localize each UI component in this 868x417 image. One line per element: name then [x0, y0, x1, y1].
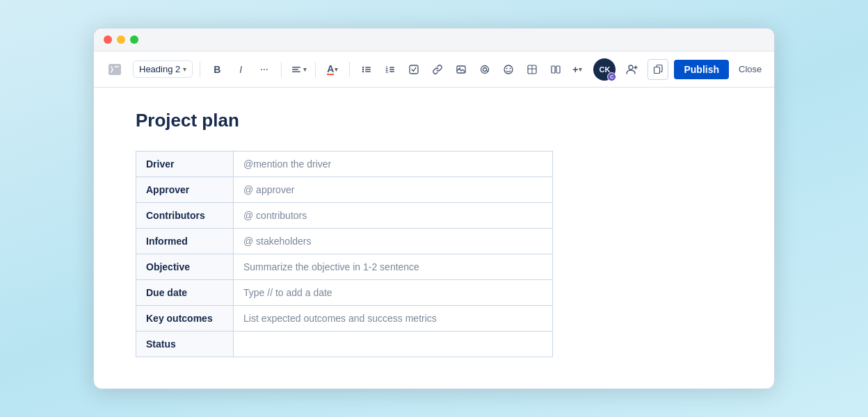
table-value-cell[interactable]: @ stakeholders	[234, 229, 553, 254]
svg-point-22	[510, 67, 511, 69]
table-label-cell: Informed	[136, 229, 234, 254]
task-button[interactable]	[404, 60, 424, 79]
user-avatar: CK C	[593, 58, 616, 81]
insert-plus-icon: +	[572, 64, 578, 75]
svg-rect-6	[365, 67, 371, 68]
svg-text:3.: 3.	[386, 69, 389, 73]
table-value-cell[interactable]: Type // to add a date	[234, 280, 553, 306]
table-label-cell: Key outcomes	[136, 306, 234, 332]
emoji-icon	[503, 64, 514, 75]
table-label-cell: Due date	[136, 280, 234, 306]
table-button[interactable]	[522, 60, 542, 79]
svg-point-20	[504, 65, 513, 74]
copy-link-icon	[653, 64, 664, 74]
svg-point-5	[362, 70, 364, 72]
more-format-button[interactable]: ···	[255, 60, 274, 79]
svg-point-19	[483, 67, 487, 71]
table-value-cell[interactable]: List expected outcomes and success metri…	[234, 306, 553, 332]
table-value-cell[interactable]: @ approver	[234, 177, 553, 203]
table-row: Contributors@ contributors	[136, 203, 553, 229]
divider-2	[281, 62, 282, 77]
svg-rect-0	[292, 67, 300, 68]
bullet-list-icon	[361, 64, 372, 75]
svg-rect-7	[365, 69, 371, 70]
link-button[interactable]	[428, 60, 447, 79]
svg-point-18	[481, 65, 489, 73]
svg-rect-31	[654, 67, 659, 74]
insert-button[interactable]: + ▾	[570, 60, 585, 79]
svg-rect-12	[389, 67, 394, 68]
maximize-traffic-light[interactable]	[130, 35, 138, 44]
bold-button[interactable]: B	[207, 60, 227, 79]
svg-point-4	[362, 68, 364, 70]
numbered-list-icon: 1. 2. 3.	[385, 64, 396, 75]
editor-window: Heading 2 ▾ B I ··· ▾ A	[93, 28, 775, 389]
svg-rect-14	[389, 71, 394, 72]
bullet-list-button[interactable]	[357, 60, 376, 79]
svg-point-3	[362, 66, 364, 67]
table-row: Driver@mention the driver	[136, 152, 553, 177]
close-button[interactable]: Close	[734, 61, 766, 77]
image-button[interactable]	[451, 60, 471, 79]
table-value-cell[interactable]: Summarize the objective in 1-2 sentence	[234, 254, 553, 280]
heading-selector-label: Heading 2	[139, 64, 180, 74]
heading-selector[interactable]: Heading 2 ▾	[133, 60, 193, 78]
page-title: Project plan	[136, 110, 732, 131]
align-button[interactable]: ▾	[289, 60, 308, 79]
numbered-list-button[interactable]: 1. 2. 3.	[380, 60, 400, 79]
color-chevron-icon: ▾	[335, 66, 338, 73]
svg-rect-15	[410, 65, 418, 74]
task-icon	[408, 64, 419, 75]
table-label-cell: Objective	[136, 254, 234, 280]
insert-chevron-icon: ▾	[579, 66, 582, 73]
toolbar-right: CK C Publish	[593, 58, 775, 81]
toolbar: Heading 2 ▾ B I ··· ▾ A	[94, 51, 774, 88]
more-options-button[interactable]: ···	[771, 61, 775, 77]
columns-button[interactable]	[546, 60, 565, 79]
chevron-down-icon: ▾	[183, 65, 186, 73]
project-info-table: Driver@mention the driverApprover@ appro…	[136, 151, 553, 357]
avatar-badge: C	[607, 72, 616, 81]
mention-button[interactable]	[475, 60, 495, 79]
title-bar	[94, 28, 774, 51]
image-icon	[456, 64, 467, 75]
svg-rect-2	[292, 71, 300, 72]
emoji-button[interactable]	[499, 60, 518, 79]
add-person-icon	[625, 63, 638, 76]
link-icon	[432, 64, 443, 75]
mention-icon	[479, 64, 490, 75]
table-value-cell[interactable]	[234, 332, 553, 357]
close-traffic-light[interactable]	[104, 35, 112, 44]
publish-button[interactable]: Publish	[674, 60, 729, 79]
svg-rect-26	[552, 66, 555, 73]
table-row: ObjectiveSummarize the objective in 1-2 …	[136, 254, 553, 280]
columns-icon	[550, 64, 561, 75]
table-row: Status	[136, 332, 553, 357]
table-icon	[527, 64, 538, 75]
divider-4	[349, 62, 350, 77]
table-label-cell: Status	[136, 332, 234, 357]
align-icon	[291, 64, 302, 75]
table-row: Informed@ stakeholders	[136, 229, 553, 254]
add-collaborator-button[interactable]	[621, 59, 642, 80]
divider-3	[315, 62, 316, 77]
text-color-button[interactable]: A ▾	[323, 60, 342, 79]
table-label-cell: Approver	[136, 177, 234, 203]
table-value-cell[interactable]: @ contributors	[234, 203, 553, 229]
table-row: Key outcomesList expected outcomes and s…	[136, 306, 553, 332]
align-chevron-icon: ▾	[303, 66, 307, 73]
table-value-cell[interactable]: @mention the driver	[234, 152, 553, 177]
table-label-cell: Contributors	[136, 203, 234, 229]
text-color-icon: A	[327, 64, 334, 75]
svg-point-21	[506, 67, 508, 69]
italic-button[interactable]: I	[231, 60, 250, 79]
table-row: Approver@ approver	[136, 177, 553, 203]
table-row: Due dateType // to add a date	[136, 280, 553, 306]
svg-rect-27	[556, 66, 560, 73]
minimize-traffic-light[interactable]	[117, 35, 125, 44]
svg-rect-1	[292, 69, 298, 70]
copy-link-button[interactable]	[648, 59, 668, 80]
table-label-cell: Driver	[136, 152, 234, 177]
svg-rect-8	[365, 71, 371, 72]
editor-content[interactable]: Project plan Driver@mention the driverAp…	[94, 88, 774, 389]
